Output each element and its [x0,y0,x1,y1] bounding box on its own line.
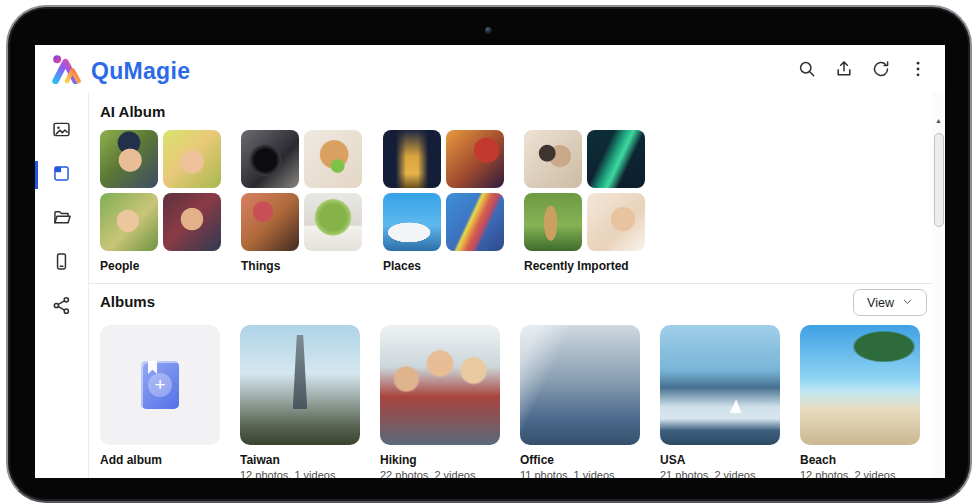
ai-album-group-places[interactable]: Places [383,130,504,273]
sidebar-item-mobile-device[interactable] [35,245,88,281]
add-album-book-icon: + [141,361,179,409]
album-card-usa[interactable]: USA 21 photos, 2 videos [660,325,780,478]
search-icon[interactable] [796,58,818,80]
front-camera-dot [485,27,492,34]
scrollbar-track[interactable]: ▲ [932,93,945,478]
qumagie-screenshot: QuMagie [0,0,980,503]
tablet-frame: QuMagie [6,5,972,503]
ai-album-group-recently-imported[interactable]: Recently Imported [524,130,645,273]
app-screen: QuMagie [35,45,945,478]
album-name: Office [520,453,640,467]
ai-album-group-people[interactable]: People [100,130,221,273]
ai-album-group-label: Places [383,259,504,273]
album-cover [240,325,360,445]
album-name: Add album [100,453,220,467]
photo-thumbnail [304,193,362,251]
album-cover [660,325,780,445]
photo-thumbnail [446,130,504,188]
upload-icon[interactable] [833,58,855,80]
add-album-cover: + [100,325,220,445]
plus-icon: + [148,373,172,397]
album-name: Hiking [380,453,500,467]
album-count: 11 photos, 1 videos [520,469,640,478]
album-count: 12 photos, 1 videos [240,469,360,478]
photo-thumbnail [241,193,299,251]
album-card-hiking[interactable]: Hiking 22 photos, 2 videos [380,325,500,478]
album-count: 21 photos, 2 videos [660,469,780,478]
app-title: QuMagie [91,58,190,85]
album-cover [800,325,920,445]
view-dropdown-button[interactable]: View [853,289,927,316]
photo-thumbnail [163,193,221,251]
album-name: Taiwan [240,453,360,467]
photo-thumbnail [100,130,158,188]
section-divider [89,283,945,284]
ai-album-group-label: People [100,259,221,273]
photo-thumbnail [524,130,582,188]
album-cover [380,325,500,445]
ai-album-group-label: Recently Imported [524,259,645,273]
main-content: AI Album People [89,93,945,478]
photo-thumbnail [241,130,299,188]
more-options-icon[interactable] [907,58,929,80]
sidebar [35,93,89,478]
album-icon [51,163,72,188]
album-card-taiwan[interactable]: Taiwan 12 photos, 1 videos [240,325,360,478]
photo-thumbnail [587,130,645,188]
sidebar-item-albums[interactable] [35,157,88,193]
sidebar-item-folders[interactable] [35,201,88,237]
ai-album-group-label: Things [241,259,362,273]
qumagie-logo-icon [51,54,83,88]
album-card-beach[interactable]: Beach 12 photos, 2 videos [800,325,920,478]
header-actions [796,58,929,80]
refresh-icon[interactable] [870,58,892,80]
album-count: 12 photos, 2 videos [800,469,920,478]
sidebar-item-sharing[interactable] [35,289,88,325]
photo-icon [51,119,72,144]
ai-album-section-title: AI Album [100,103,165,120]
album-name: USA [660,453,780,467]
app-header: QuMagie [35,45,945,94]
app-logo[interactable]: QuMagie [51,54,190,88]
photo-thumbnail [446,193,504,251]
chevron-down-icon [902,296,913,310]
sidebar-item-photos[interactable] [35,113,88,149]
album-count: 22 photos, 2 videos [380,469,500,478]
photo-thumbnail [383,130,441,188]
folder-icon [51,207,72,232]
add-album-card[interactable]: + Add album [100,325,220,467]
album-cover [520,325,640,445]
share-icon [51,295,72,320]
album-name: Beach [800,453,920,467]
scrollbar-up-arrow-icon[interactable]: ▲ [934,117,943,125]
scrollbar-thumb[interactable] [934,133,944,227]
view-dropdown-label: View [867,296,894,310]
album-card-office[interactable]: Office 11 photos, 1 videos [520,325,640,478]
photo-thumbnail [304,130,362,188]
ai-album-group-things[interactable]: Things [241,130,362,273]
albums-section-title: Albums [100,293,155,310]
photo-thumbnail [587,193,645,251]
phone-icon [51,251,72,276]
photo-thumbnail [524,193,582,251]
photo-thumbnail [100,193,158,251]
photo-thumbnail [383,193,441,251]
photo-thumbnail [163,130,221,188]
